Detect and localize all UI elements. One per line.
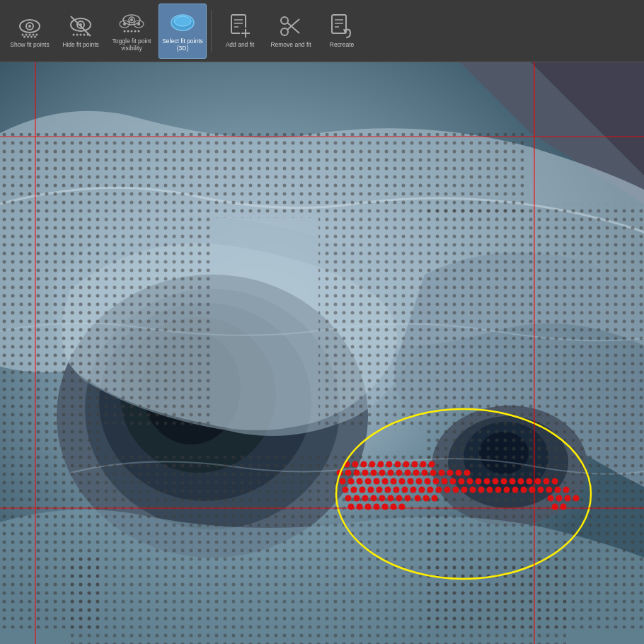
svg-point-125 <box>343 487 349 493</box>
svg-point-116 <box>484 478 490 485</box>
svg-rect-69 <box>99 218 212 430</box>
svg-point-9 <box>27 35 29 38</box>
svg-point-152 <box>345 495 352 502</box>
svg-point-80 <box>412 461 418 468</box>
svg-point-128 <box>368 487 374 493</box>
svg-point-114 <box>467 478 473 485</box>
svg-point-77 <box>386 461 393 468</box>
svg-point-144 <box>504 487 510 493</box>
add-and-fit-icon <box>227 13 253 39</box>
svg-point-99 <box>340 478 346 485</box>
select-fit-points-3d-label: Select fit points (3D) <box>161 38 205 52</box>
svg-point-110 <box>433 478 439 485</box>
svg-point-167 <box>348 504 355 510</box>
svg-rect-65 <box>0 133 99 628</box>
remove-and-fit-label: Remove and fit <box>270 41 311 48</box>
select-fit-points-3d-button[interactable]: Select fit points (3D) <box>159 4 207 59</box>
svg-point-120 <box>518 478 524 485</box>
svg-point-142 <box>487 487 493 493</box>
svg-point-17 <box>76 33 79 35</box>
select-fit-points-3d-icon <box>170 10 195 35</box>
svg-point-42 <box>281 28 288 35</box>
svg-point-101 <box>357 478 363 485</box>
show-fit-points-button[interactable]: Show fit points <box>6 4 54 59</box>
svg-point-94 <box>430 470 437 476</box>
svg-point-106 <box>399 478 406 485</box>
svg-point-166 <box>573 495 580 502</box>
svg-point-161 <box>423 495 430 502</box>
svg-point-126 <box>351 487 357 493</box>
svg-point-75 <box>369 461 376 468</box>
svg-point-11 <box>34 35 36 38</box>
svg-point-78 <box>395 461 401 468</box>
svg-point-95 <box>439 470 445 476</box>
svg-point-132 <box>402 487 408 493</box>
svg-point-108 <box>416 478 422 485</box>
svg-point-164 <box>556 495 563 502</box>
svg-point-130 <box>385 487 391 493</box>
svg-point-163 <box>548 495 554 502</box>
toggle-fit-point-visibility-button[interactable]: Toggle fit point visibility <box>108 4 156 59</box>
svg-point-109 <box>425 478 431 485</box>
svg-point-138 <box>453 487 459 493</box>
svg-point-133 <box>410 487 417 493</box>
svg-point-87 <box>371 470 377 476</box>
svg-point-104 <box>382 478 389 485</box>
svg-point-97 <box>456 470 462 476</box>
svg-point-158 <box>396 495 403 502</box>
toolbar: Show fit points Hide fit points <box>0 0 644 62</box>
svg-point-34 <box>174 16 191 26</box>
svg-point-157 <box>388 495 394 502</box>
svg-point-153 <box>354 495 360 502</box>
remove-and-fit-button[interactable]: Remove and fit <box>267 4 315 59</box>
hide-fit-points-button[interactable]: Hide fit points <box>57 4 105 59</box>
svg-point-111 <box>442 478 448 485</box>
svg-point-148 <box>538 487 544 493</box>
svg-point-131 <box>393 487 400 493</box>
svg-point-88 <box>379 470 386 476</box>
svg-rect-70 <box>318 218 425 430</box>
toggle-fit-point-visibility-icon <box>119 10 144 35</box>
remove-and-fit-icon <box>278 13 304 39</box>
svg-point-96 <box>447 470 454 476</box>
svg-point-115 <box>476 478 482 485</box>
svg-point-3 <box>22 33 24 35</box>
svg-point-173 <box>399 504 406 510</box>
svg-point-151 <box>563 487 570 493</box>
svg-point-122 <box>535 478 541 485</box>
svg-point-170 <box>374 504 380 510</box>
svg-point-145 <box>512 487 519 493</box>
toggle-fit-point-visibility-label: Toggle fit point visibility <box>110 38 154 52</box>
svg-point-135 <box>427 487 434 493</box>
svg-point-121 <box>527 478 533 485</box>
svg-point-159 <box>405 495 411 502</box>
svg-point-169 <box>365 504 372 510</box>
svg-point-141 <box>478 487 485 493</box>
svg-point-84 <box>345 470 352 476</box>
viewport[interactable] <box>0 62 644 644</box>
svg-rect-68 <box>71 558 566 644</box>
svg-point-137 <box>444 487 451 493</box>
svg-point-139 <box>461 487 468 493</box>
svg-point-4 <box>25 33 28 35</box>
svg-point-171 <box>382 504 389 510</box>
svg-point-112 <box>450 478 456 485</box>
svg-point-162 <box>432 495 438 502</box>
svg-point-29 <box>127 30 130 32</box>
recreate-button[interactable]: Recreate <box>318 4 366 59</box>
svg-point-98 <box>464 470 471 476</box>
svg-point-28 <box>124 30 126 32</box>
svg-point-6 <box>33 33 35 35</box>
svg-point-32 <box>138 30 140 32</box>
svg-point-154 <box>362 495 369 502</box>
svg-point-165 <box>565 495 571 502</box>
svg-point-30 <box>131 30 133 32</box>
svg-point-93 <box>422 470 428 476</box>
svg-point-155 <box>371 495 377 502</box>
svg-point-43 <box>281 17 288 24</box>
svg-point-146 <box>521 487 527 493</box>
svg-point-160 <box>415 495 421 502</box>
svg-point-134 <box>419 487 425 493</box>
add-and-fit-button[interactable]: Add and fit <box>216 4 264 59</box>
svg-point-156 <box>379 495 386 502</box>
